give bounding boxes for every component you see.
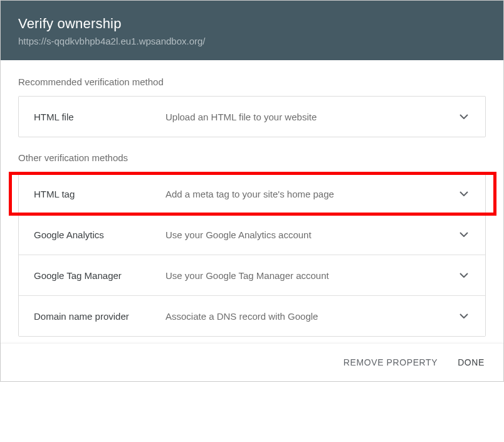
method-desc: Upload an HTML file to your website: [165, 112, 458, 122]
method-desc: Associate a DNS record with Google: [165, 311, 458, 322]
dialog-subtitle: https://s-qqdkvbhpb4a2l.eu1.wpsandbox.or…: [18, 36, 486, 46]
method-desc: Add a meta tag to your site's home page: [165, 189, 458, 199]
method-name: Google Tag Manager: [34, 270, 165, 281]
dialog-body: Recommended verification method HTML fil…: [1, 60, 503, 343]
dialog-footer: REMOVE PROPERTY DONE: [1, 343, 503, 381]
method-html-file[interactable]: HTML file Upload an HTML file to your we…: [18, 96, 486, 137]
method-name: HTML tag: [34, 189, 165, 199]
method-name: HTML file: [34, 112, 165, 122]
dialog-header: Verify ownership https://s-qqdkvbhpb4a2l…: [1, 1, 503, 60]
method-google-analytics[interactable]: Google Analytics Use your Google Analyti…: [19, 214, 485, 255]
method-html-tag[interactable]: HTML tag Add a meta tag to your site's h…: [19, 174, 485, 214]
other-methods-list: HTML tag Add a meta tag to your site's h…: [18, 173, 486, 337]
chevron-down-icon: [458, 110, 470, 123]
method-desc: Use your Google Analytics account: [165, 229, 458, 240]
method-domain-name-provider[interactable]: Domain name provider Associate a DNS rec…: [19, 296, 485, 336]
method-name: Google Analytics: [34, 229, 165, 240]
recommended-section-label: Recommended verification method: [18, 76, 486, 87]
remove-property-button[interactable]: REMOVE PROPERTY: [342, 355, 439, 370]
chevron-down-icon: [458, 269, 470, 282]
chevron-down-icon: [458, 228, 470, 241]
chevron-down-icon: [458, 187, 470, 200]
method-google-tag-manager[interactable]: Google Tag Manager Use your Google Tag M…: [19, 255, 485, 296]
chevron-down-icon: [458, 310, 470, 322]
verify-ownership-dialog: Verify ownership https://s-qqdkvbhpb4a2l…: [0, 0, 504, 382]
other-section-label: Other verification methods: [18, 152, 486, 163]
dialog-title: Verify ownership: [18, 16, 486, 32]
method-desc: Use your Google Tag Manager account: [165, 270, 458, 281]
method-name: Domain name provider: [34, 311, 165, 322]
done-button[interactable]: DONE: [456, 355, 486, 370]
